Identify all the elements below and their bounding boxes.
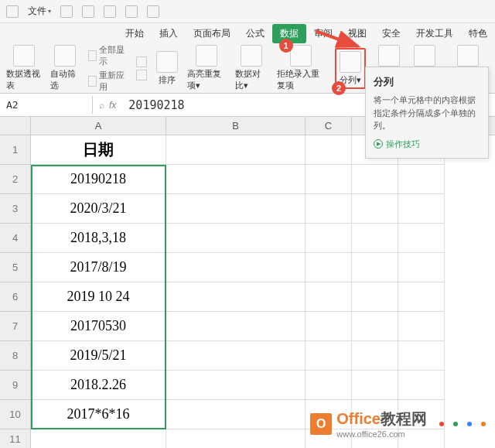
cell[interactable] <box>352 224 398 253</box>
row-header[interactable]: 7 <box>0 312 31 341</box>
menu-icon[interactable] <box>6 5 19 18</box>
tooltip-link[interactable]: ▶ 操作技巧 <box>374 139 480 150</box>
tab-view[interactable]: 视图 <box>340 24 374 43</box>
tab-special[interactable]: 特色 <box>461 24 495 43</box>
cell[interactable]: 2017*6*16 <box>31 400 166 429</box>
preview-icon[interactable] <box>104 5 116 18</box>
row-header[interactable]: 8 <box>0 341 31 371</box>
row-header[interactable]: 10 <box>0 400 31 429</box>
fx-label[interactable]: fx <box>109 100 116 111</box>
sort-desc[interactable] <box>136 70 147 80</box>
cell[interactable] <box>166 135 306 165</box>
cell[interactable] <box>306 165 352 194</box>
cell[interactable]: 20190218 <box>31 165 166 194</box>
row-header[interactable]: 11 <box>0 429 31 448</box>
cell[interactable] <box>166 429 306 448</box>
cell[interactable]: 2019/5/21 <box>31 341 166 371</box>
undo-icon[interactable] <box>125 5 138 18</box>
cell[interactable] <box>166 224 306 253</box>
cell[interactable]: 2017/8/19 <box>31 253 166 282</box>
tab-insert[interactable]: 插入 <box>152 24 186 43</box>
cell[interactable] <box>306 224 352 253</box>
cell[interactable] <box>352 194 398 224</box>
validity-icon <box>414 45 435 67</box>
cell[interactable] <box>166 165 306 194</box>
cell[interactable]: 2020/3/21 <box>31 194 166 224</box>
cell[interactable] <box>166 400 306 429</box>
col-header-c[interactable]: C <box>306 117 352 135</box>
tool-sort[interactable]: 排序 <box>156 51 178 86</box>
tab-formula[interactable]: 公式 <box>238 24 272 43</box>
cell[interactable] <box>306 194 352 224</box>
print-icon[interactable] <box>82 5 94 18</box>
tab-layout[interactable]: 页面布局 <box>186 24 238 43</box>
cell[interactable] <box>166 341 306 371</box>
ribbon-tabs: 开始 插入 页面布局 公式 数据 审阅 视图 安全 开发工具 特色 <box>0 23 495 43</box>
select-all-corner[interactable] <box>0 117 31 135</box>
row-header[interactable]: 6 <box>0 282 31 312</box>
cell[interactable] <box>306 371 352 400</box>
cell[interactable]: 2019 10 24 <box>31 282 166 312</box>
row-header[interactable]: 3 <box>0 194 31 224</box>
split-column-highlight: 分列▾ 2 <box>335 48 366 89</box>
cell[interactable] <box>166 253 306 282</box>
cell[interactable] <box>352 282 398 312</box>
cell[interactable] <box>398 371 445 400</box>
cell[interactable] <box>398 194 445 224</box>
tool-data-compare[interactable]: 数据对比▾ <box>235 45 267 91</box>
cell[interactable] <box>166 282 306 312</box>
col-header-b[interactable]: B <box>166 117 306 135</box>
reapply-option[interactable]: 重新应用 <box>88 70 127 93</box>
row-header[interactable]: 5 <box>0 253 31 282</box>
cell[interactable] <box>166 371 306 400</box>
redo-icon[interactable] <box>147 5 159 18</box>
cell[interactable] <box>398 341 445 371</box>
tab-developer[interactable]: 开发工具 <box>408 24 461 43</box>
cell[interactable] <box>306 341 352 371</box>
fx-search-icon[interactable]: ⌕ <box>99 100 104 111</box>
tab-security[interactable]: 安全 <box>374 24 408 43</box>
filter-icon <box>54 45 76 67</box>
cell[interactable] <box>306 135 352 165</box>
col-header-a[interactable]: A <box>31 117 166 135</box>
show-all-option[interactable]: 全部显示 <box>88 44 127 67</box>
cell[interactable] <box>166 312 306 341</box>
cell[interactable]: 20170530 <box>31 312 166 341</box>
cell[interactable] <box>352 371 398 400</box>
row-header[interactable]: 9 <box>0 371 31 400</box>
tab-home[interactable]: 开始 <box>118 24 152 43</box>
tool-split-column[interactable]: 分列▾ <box>340 51 361 86</box>
cell[interactable] <box>398 165 445 194</box>
cell[interactable] <box>398 224 445 253</box>
cell[interactable]: 2018.2.26 <box>31 371 166 400</box>
cell[interactable] <box>306 312 352 341</box>
table-row: 9 2018.2.26 <box>0 371 495 400</box>
cell[interactable] <box>398 282 445 312</box>
tab-review[interactable]: 审阅 <box>306 24 340 43</box>
tool-autofilter[interactable]: 自动筛选 <box>50 45 78 91</box>
row-header[interactable]: 4 <box>0 224 31 253</box>
cell[interactable] <box>398 253 445 282</box>
refresh-icon <box>88 76 97 87</box>
cell[interactable] <box>31 429 166 448</box>
cell[interactable] <box>166 194 306 224</box>
cell[interactable] <box>352 312 398 341</box>
tool-highlight-dup[interactable]: 高亮重复项▾ <box>187 45 226 91</box>
file-menu[interactable]: 文件▾ <box>28 5 51 18</box>
cell[interactable] <box>306 282 352 312</box>
cell[interactable] <box>306 253 352 282</box>
cell[interactable]: 2018,3,18 <box>31 224 166 253</box>
sort-asc[interactable] <box>136 56 147 67</box>
cell[interactable] <box>398 312 445 341</box>
cell[interactable] <box>352 165 398 194</box>
save-icon[interactable] <box>60 5 73 18</box>
name-box[interactable]: A2 <box>0 96 93 114</box>
tool-reject-dup[interactable]: 拒绝录入重复项 1 <box>277 45 326 91</box>
cell-a1[interactable]: 日期 <box>31 135 166 165</box>
tool-pivot[interactable]: 数据透视表 <box>6 45 41 91</box>
row-header[interactable]: 2 <box>0 165 31 194</box>
row-header[interactable]: 1 <box>0 135 31 165</box>
cell[interactable] <box>352 341 398 371</box>
split-icon <box>340 51 361 73</box>
cell[interactable] <box>352 253 398 282</box>
